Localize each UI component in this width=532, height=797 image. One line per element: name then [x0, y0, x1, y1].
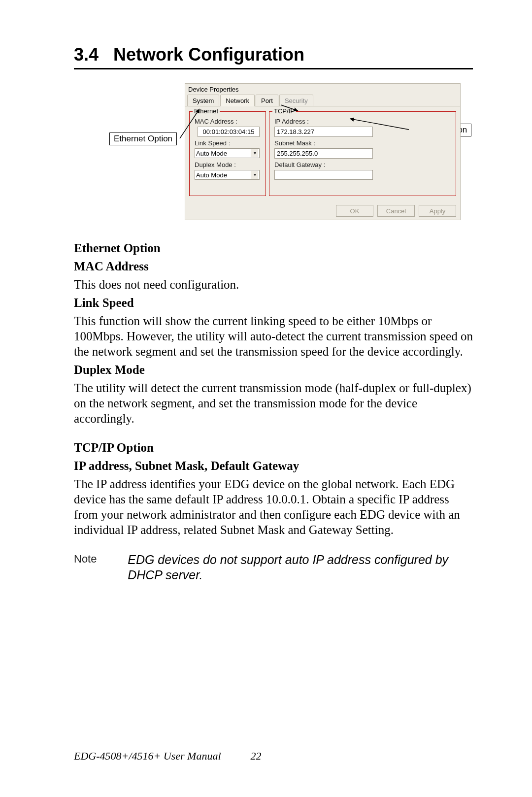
apply-button[interactable]: Apply	[419, 205, 456, 217]
heading-ip-subnet-gateway: IP address, Subnet Mask, Default Gateway	[74, 458, 473, 473]
dialog-title: Device Properties	[185, 84, 460, 94]
note-block: Note EDG devices do not support auto IP …	[74, 552, 473, 583]
default-gateway-label: Default Gateway :	[274, 161, 325, 168]
callout-ethernet-option: Ethernet Option	[109, 133, 177, 145]
tab-network[interactable]: Network	[220, 95, 255, 106]
group-ethernet-title: Ethernet	[193, 107, 220, 115]
duplex-mode-select[interactable]: Auto Mode ▾	[195, 170, 260, 180]
tab-port[interactable]: Port	[256, 95, 278, 106]
duplex-mode-label: Duplex Mode :	[195, 161, 236, 168]
section-title: 3.4 Network Configuration	[74, 44, 473, 65]
tab-security[interactable]: Security	[279, 95, 313, 106]
mac-address-label: MAC Address :	[195, 118, 237, 125]
paragraph-duplex-mode: The utility will detect the current tran…	[74, 380, 473, 426]
body-text: Ethernet Option MAC Address This does no…	[74, 240, 473, 583]
heading-tcpip-option: TCP/IP Option	[74, 440, 473, 455]
heading-mac-address: MAC Address	[74, 259, 473, 274]
dialog-button-row: OK Cancel Apply	[336, 205, 456, 217]
link-speed-value: Auto Mode	[196, 150, 227, 157]
duplex-mode-value: Auto Mode	[196, 171, 227, 179]
tab-body-network: Ethernet MAC Address : 00:01:02:03:04:15…	[185, 106, 460, 199]
ip-address-label: IP Address :	[274, 118, 309, 125]
link-speed-label: Link Speed :	[195, 139, 230, 147]
mac-address-field[interactable]: 00:01:02:03:04:15	[198, 127, 260, 137]
footer-manual: EDG-4508+/4516+ User Manual	[74, 750, 221, 763]
chevron-down-icon: ▾	[251, 171, 258, 179]
paragraph-ip: The IP address identifies your EDG devic…	[74, 476, 473, 537]
paragraph-mac: This does not need configuration.	[74, 277, 473, 292]
link-speed-select[interactable]: Auto Mode ▾	[195, 148, 260, 158]
device-properties-dialog: Device Properties System Network Port Se…	[185, 83, 461, 220]
group-tcpip: TCP/IP IP Address : 172.18.3.227 Subnet …	[269, 111, 456, 196]
group-ethernet: Ethernet MAC Address : 00:01:02:03:04:15…	[189, 111, 266, 196]
note-label: Note	[74, 552, 108, 583]
paragraph-link-speed: This function will show the current link…	[74, 313, 473, 359]
heading-ethernet-option: Ethernet Option	[74, 240, 473, 256]
subnet-mask-field[interactable]: 255.255.255.0	[274, 148, 373, 159]
section-rule	[74, 68, 473, 69]
tab-system[interactable]: System	[187, 95, 219, 106]
footer-page-number: 22	[251, 750, 262, 763]
default-gateway-field[interactable]	[274, 170, 373, 180]
dialog-tabs: System Network Port Security	[185, 94, 460, 106]
heading-link-speed: Link Speed	[74, 295, 473, 310]
section-number: 3.4	[74, 44, 99, 65]
ok-button[interactable]: OK	[336, 205, 373, 217]
screenshot-figure: Ethernet Option TCP/IP Option Device Pro…	[74, 83, 473, 224]
note-text: EDG devices do not support auto IP addre…	[128, 552, 473, 583]
group-tcpip-title: TCP/IP	[272, 107, 296, 115]
ip-address-field[interactable]: 172.18.3.227	[274, 127, 373, 137]
page-footer: EDG-4508+/4516+ User Manual 22	[74, 730, 473, 763]
heading-duplex-mode: Duplex Mode	[74, 362, 473, 377]
subnet-mask-label: Subnet Mask :	[274, 139, 315, 147]
section-heading: Network Configuration	[113, 44, 304, 65]
chevron-down-icon: ▾	[251, 149, 258, 157]
cancel-button[interactable]: Cancel	[377, 205, 415, 217]
